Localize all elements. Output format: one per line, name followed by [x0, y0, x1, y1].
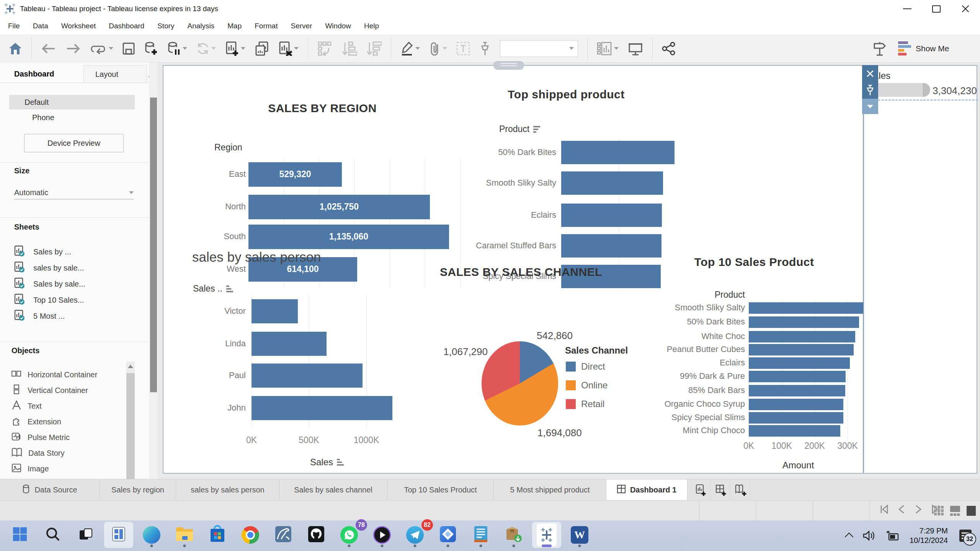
taskbar-widgets-button[interactable] [104, 522, 133, 548]
highlight-caret[interactable] [415, 47, 420, 50]
minimize-button[interactable] [893, 0, 922, 18]
bar-peanut-butter-cubes[interactable] [749, 344, 854, 355]
bar-victor[interactable] [252, 299, 298, 323]
taskbar-media-player-button[interactable] [368, 522, 397, 548]
sheet-tab-dashboard-1[interactable]: Dashboard 1 [606, 479, 688, 500]
show-cards-caret[interactable] [614, 47, 619, 50]
pause-dropdown-caret[interactable] [183, 47, 187, 50]
save-button[interactable] [122, 42, 135, 55]
new-worksheet-tab-button[interactable] [691, 479, 710, 500]
taskbar-microsoft-store-button[interactable] [203, 522, 232, 548]
tray-expand-icon[interactable] [845, 533, 854, 541]
taskbar-whatsapp-button[interactable]: 78 [335, 522, 364, 548]
taskbar-tableau-button[interactable] [532, 522, 561, 548]
format-copy-button[interactable] [429, 41, 447, 56]
battery-network-icon[interactable] [885, 530, 900, 541]
sheet-tab-sales-by-region[interactable]: Sales by region [100, 479, 176, 500]
sort-ascending-button[interactable] [342, 41, 357, 56]
tab-dashboard[interactable]: Dashboard [0, 65, 83, 83]
pause-auto-updates-button[interactable] [167, 42, 187, 55]
sheet-tab-5-most-shipped-product[interactable]: 5 Most shipped product [494, 479, 606, 500]
device-option-default[interactable]: Default [9, 95, 135, 109]
sort-icon[interactable] [533, 126, 540, 133]
bar-white-choc[interactable] [749, 331, 855, 342]
home-button[interactable] [8, 42, 22, 55]
notification-center-button[interactable]: 32 [958, 528, 973, 543]
new-story-tab-button[interactable] [731, 479, 750, 500]
close-button[interactable] [951, 0, 980, 18]
bar-50-dark-bites[interactable] [561, 141, 675, 164]
menu-window[interactable]: Window [318, 18, 358, 34]
taskbar-mysql-workbench-button[interactable] [269, 522, 298, 548]
share-button[interactable] [662, 42, 676, 55]
bar-99-dark-pure[interactable] [749, 371, 846, 382]
object-item-vertical-container[interactable]: Vertical Container [11, 383, 122, 398]
bar-organic-choco-syrup[interactable] [749, 399, 843, 410]
bar-caramel-stuffed-bars[interactable] [561, 234, 662, 258]
highlight-button[interactable] [400, 42, 420, 55]
device-option-phone[interactable]: Phone [9, 110, 135, 125]
object-item-data-story[interactable]: Data Story [11, 445, 122, 461]
menu-server[interactable]: Server [284, 18, 318, 34]
new-data-source-button[interactable] [144, 42, 158, 55]
filter-pin-button[interactable] [862, 82, 878, 99]
bar-85-dark-bars[interactable] [749, 385, 845, 396]
taskbar-task-view-button[interactable] [71, 522, 100, 548]
bar-linda[interactable] [252, 332, 327, 356]
new-worksheet-caret[interactable] [241, 47, 245, 50]
taskbar-start-button[interactable] [5, 522, 34, 548]
show-sheet-icon[interactable] [965, 505, 977, 517]
object-item-image[interactable]: Image [11, 461, 122, 477]
taskbar-github-desktop-button[interactable] [302, 522, 331, 548]
menu-help[interactable]: Help [358, 18, 385, 34]
dashboard-drag-handle[interactable] [494, 61, 524, 70]
fit-selector[interactable] [500, 40, 578, 57]
menu-story[interactable]: Story [151, 18, 181, 34]
previous-sheet-icon[interactable] [897, 504, 906, 514]
swap-rows-columns-button[interactable] [317, 41, 333, 56]
bar-eclairs[interactable] [561, 204, 662, 227]
new-dashboard-tab-button[interactable] [711, 479, 730, 500]
duplicate-sheet-button[interactable] [255, 41, 269, 56]
taskbar-clock[interactable]: 7:29 PM 10/12/2024 [910, 526, 948, 545]
sort-descending-button[interactable] [366, 41, 382, 56]
menu-file[interactable]: File [2, 18, 26, 34]
sort-icon[interactable] [337, 459, 344, 466]
objects-scrollbar-thumb[interactable] [126, 373, 135, 479]
sheet-item-sales-by-sale[interactable]: Sales by sale... [14, 276, 140, 292]
size-dropdown[interactable]: Automatic [14, 186, 134, 199]
taskbar-telegram-button[interactable]: 82 [400, 522, 430, 548]
sheet-tab-data-source[interactable]: Data Source [0, 479, 100, 500]
next-sheet-icon[interactable] [914, 504, 923, 514]
show-tabs-icon[interactable] [933, 505, 945, 517]
filter-slider-handle[interactable] [923, 83, 930, 97]
sheet-tab-sales-by-sales-channel[interactable]: Sales by sales channel [279, 479, 387, 500]
menu-dashboard[interactable]: Dashboard [102, 18, 151, 34]
sheet-item-sales-by[interactable]: Sales by ... [14, 244, 140, 260]
bar-50-dark-bites[interactable] [749, 316, 859, 328]
filter-menu-button[interactable] [862, 99, 878, 114]
device-preview-button[interactable]: Device Preview [24, 134, 124, 152]
taskbar-photos-button[interactable] [433, 522, 462, 548]
taskbar-package-manager-button[interactable] [499, 522, 528, 548]
bar-paul[interactable] [252, 364, 363, 388]
menu-analysis[interactable]: Analysis [181, 18, 221, 34]
taskbar-file-explorer-button[interactable] [170, 522, 199, 548]
bar-john[interactable] [252, 396, 392, 420]
replay-dropdown-caret[interactable] [109, 47, 113, 50]
volume-icon[interactable] [862, 530, 875, 541]
sheet-tab-top-10-sales-product[interactable]: Top 10 Sales Product [387, 479, 494, 500]
maximize-button[interactable] [922, 0, 951, 18]
object-item-pulse-metric[interactable]: Pulse Metric [11, 430, 122, 445]
bar-smooth-sliky-salty[interactable] [749, 302, 863, 314]
menu-format[interactable]: Format [248, 18, 284, 34]
text-label-button[interactable] [456, 42, 470, 55]
taskbar-notepad-button[interactable] [466, 522, 495, 548]
object-item-extension[interactable]: Extension [11, 414, 122, 430]
menu-data[interactable]: Data [26, 18, 55, 34]
show-filmstrip-icon[interactable] [949, 505, 961, 517]
show-me-button[interactable]: Show Me [898, 34, 949, 62]
taskbar-search-button[interactable] [38, 522, 67, 548]
undo-button[interactable] [41, 43, 56, 54]
sort-icon[interactable] [226, 285, 233, 292]
